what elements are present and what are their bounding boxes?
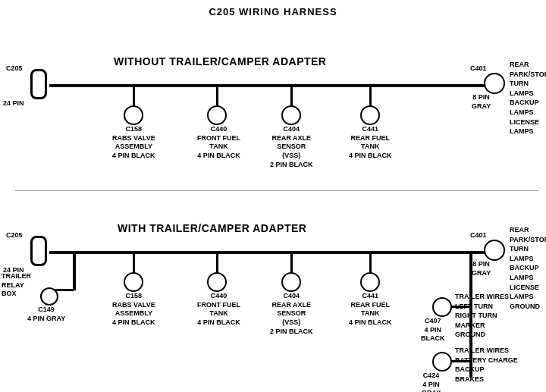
- c149-vert-wire: [73, 252, 76, 290]
- wire-bot-main: [49, 251, 497, 254]
- c404-top-drop: [290, 86, 293, 107]
- c441-bot-label: C441REAR FUELTANK4 PIN BLACK: [349, 292, 392, 328]
- c149-circle: [40, 287, 58, 306]
- c407-right-text: TRAILER WIRESLEFT TURNRIGHT TURNMARKERGR…: [455, 292, 509, 340]
- c407-circle: [432, 297, 452, 317]
- section1-label: WITHOUT TRAILER/CAMPER ADAPTER: [114, 55, 326, 67]
- c205-top-rect: [30, 69, 47, 99]
- c158-bot-label: C158RABS VALVEASSEMBLY4 PIN BLACK: [112, 292, 155, 328]
- wire-top-main: [49, 84, 497, 87]
- c401-bot-pin: 8 PINGRAY: [472, 260, 491, 278]
- c441-bot-drop: [369, 252, 372, 274]
- c404-bot-drop: [290, 252, 293, 274]
- c441-top-circle: [360, 105, 380, 125]
- c424-label: C4244 PINGRAY: [422, 372, 441, 392]
- c158-top-drop: [133, 86, 135, 107]
- c404-top-label: C404REAR AXLESENSOR(VSS)2 PIN BLACK: [270, 125, 313, 169]
- trailer-relay-label: TRAILERRELAYBOX: [2, 272, 31, 299]
- c205-top-label-top: C205: [6, 64, 23, 74]
- c158-top-label: C158RABS VALVEASSEMBLY4 PIN BLACK: [112, 125, 155, 161]
- page-title: C205 WIRING HARNESS: [0, 0, 546, 17]
- c205-bot-label-top: C205: [6, 231, 23, 240]
- c205-top-label-bot: 24 PIN: [3, 99, 24, 108]
- c401-bot-right-text: REAR PARK/STOPTURN LAMPSBACKUP LAMPSLICE…: [510, 225, 546, 311]
- c441-bot-circle: [360, 272, 380, 292]
- c401-top-label: C401: [470, 64, 487, 74]
- c407-label: C4074 PINBLACK: [421, 317, 445, 343]
- c158-top-circle: [124, 105, 143, 125]
- c158-bot-circle: [124, 272, 143, 292]
- c401-top-pin: 8 PINGRAY: [472, 93, 491, 111]
- c440-top-circle: [207, 105, 227, 125]
- c404-top-circle: [281, 105, 301, 125]
- c424-circle: [432, 352, 452, 372]
- c441-top-label: C441REAR FUELTANK4 PIN BLACK: [349, 125, 392, 161]
- c404-bot-label: C404REAR AXLESENSOR(VSS)2 PIN BLACK: [270, 292, 313, 336]
- c424-right-text: TRAILER WIRESBATTERY CHARGEBACKUPBRAKES: [455, 346, 518, 384]
- c401-top-right-text: REAR PARK/STOPTURN LAMPSBACKUP LAMPSLICE…: [510, 60, 546, 136]
- c149-label: C1494 PIN GRAY: [27, 306, 65, 323]
- c440-bot-label: C440FRONT FUELTANK4 PIN BLACK: [197, 292, 240, 328]
- section-divider: [15, 190, 538, 191]
- c441-top-drop: [369, 86, 372, 107]
- c401-bot-circle: [484, 240, 505, 261]
- c440-top-drop: [216, 86, 218, 107]
- c440-bot-drop: [216, 252, 218, 274]
- section2-label: WITH TRAILER/CAMPER ADAPTER: [118, 222, 306, 234]
- diagram-container: WITHOUT TRAILER/CAMPER ADAPTER C205 24 P…: [0, 17, 546, 392]
- c401-bot-label: C401: [470, 231, 487, 240]
- c440-top-label: C440FRONT FUELTANK4 PIN BLACK: [197, 125, 240, 161]
- c404-bot-circle: [281, 272, 301, 292]
- c440-bot-circle: [207, 272, 227, 292]
- c401-top-circle: [484, 73, 505, 94]
- c205-bot-rect: [30, 236, 47, 266]
- c158-bot-drop: [133, 252, 135, 274]
